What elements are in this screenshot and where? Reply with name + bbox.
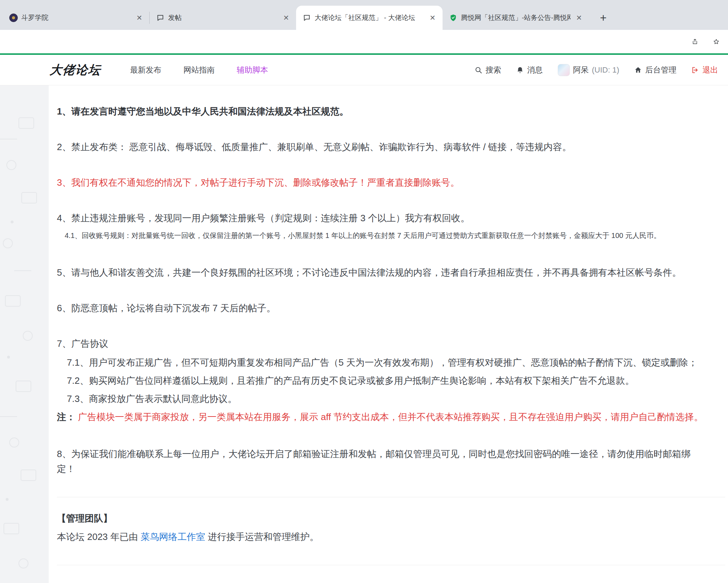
rule-7-1: 7.1、用户可发布正规广告，但不可短期内重复发布相同产品广告（5 天为一次有效发… [57, 355, 707, 370]
rule-7: 7、广告协议 [57, 336, 707, 351]
rule-1: 1、请在发言时遵守您当地以及中华人民共和国法律法规及本社区规范。 [57, 104, 707, 119]
rule-5: 5、请与他人和谐友善交流，共建一个良好氛围的社区环境；不讨论违反中国法律法规的内… [57, 265, 707, 280]
tab-close-icon[interactable]: ✕ [574, 13, 584, 23]
browser-window: 斗罗学院 ✕ 发帖 ✕ 大佬论坛「社区规范」 - 大佬论坛 ✕ 腾悦网「社区规范… [0, 0, 728, 583]
rule-2: 2、禁止发布类： 恶意引战、侮辱诋毁、低质量推广、兼职刷单、无意义刷帖、诈骗欺诈… [57, 139, 707, 154]
ads-note-text: 广告模块一类属于商家投放，另一类属本站在用服务，展示 aff 节约支出成本，但并… [78, 412, 703, 422]
tab-douluo[interactable]: 斗罗学院 ✕ [3, 6, 149, 30]
tab-title: 大佬论坛「社区规范」 - 大佬论坛 [315, 13, 424, 22]
tab-close-icon[interactable]: ✕ [428, 13, 438, 23]
background-pattern-strip [0, 85, 49, 583]
user-avatar [558, 64, 570, 76]
bell-icon [516, 66, 524, 74]
new-tab-button[interactable]: + [595, 10, 611, 26]
rule-8: 8、为保证我们能准确联系上每一位用户，大佬论坛开启了邮箱验证注册和发帖，邮箱仅管… [57, 446, 707, 476]
logout-label: 退出 [702, 65, 718, 75]
main-nav: 最新发布 网站指南 辅助脚本 [130, 65, 268, 75]
admin-label: 后台管理 [645, 65, 676, 75]
share-icon[interactable] [690, 36, 700, 47]
house-icon [634, 66, 642, 74]
tab-tengyue[interactable]: 腾悦网「社区规范」-站务公告-腾悦网 ✕ [443, 6, 589, 30]
search-icon [475, 66, 482, 74]
tab-strip: 斗罗学院 ✕ 发帖 ✕ 大佬论坛「社区规范」 - 大佬论坛 ✕ 腾悦网「社区规范… [0, 0, 728, 30]
site-logo[interactable]: 大佬论坛 [49, 62, 101, 78]
user-uid: (UID: 1) [592, 65, 619, 75]
nav-item-latest[interactable]: 最新发布 [130, 65, 161, 75]
messages-button[interactable]: 消息 [516, 65, 543, 75]
rule-7-2: 7.2、购买网站广告位同样遵循以上规则，且若推广的产品有历史不良记录或被多用户抵… [57, 373, 707, 388]
ads-note: 注： 广告模块一类属于商家投放，另一类属本站在用服务，展示 aff 节约支出成本… [57, 409, 707, 424]
bookmark-star-icon[interactable] [711, 36, 722, 47]
rule-4-1: 4.1、回收账号规则：对批量账号统一回收，仅保留注册的第一个账号，小黑屋封禁 1… [57, 229, 707, 242]
tab-title: 腾悦网「社区规范」-站务公告-腾悦网 [461, 13, 571, 22]
browser-toolbar [0, 30, 728, 53]
rule-3: 3、我们有权在不通知您的情况下，对帖子进行手动下沉、删除或修改帖子！严重者直接删… [57, 175, 707, 190]
tab-close-icon[interactable]: ✕ [134, 13, 144, 23]
team-section-text: 本论坛 2023 年已由 菜鸟网络工作室 进行接手运营和管理维护。 [57, 529, 707, 544]
douluo-favicon-icon [9, 14, 18, 22]
logout-icon [691, 66, 699, 74]
bottom-section-divider [57, 565, 725, 565]
rule-7-3: 7.3、商家投放广告表示默认同意此协议。 [57, 391, 707, 406]
rule-4: 4、禁止违规注册账号，发现同一用户频繁注册账号（判定规则：连续注册 3 个以上）… [57, 211, 707, 226]
tab-title: 发帖 [168, 13, 278, 22]
team-text-before: 本论坛 2023 年已由 [57, 531, 141, 542]
messages-label: 消息 [527, 65, 543, 75]
header-actions: 搜索 消息 阿呆 (UID: 1) 后台管理 [475, 64, 718, 76]
team-section-heading: 【管理团队】 [57, 511, 707, 526]
search-label: 搜索 [486, 65, 501, 75]
username: 阿呆 [573, 65, 589, 75]
admin-panel-button[interactable]: 后台管理 [634, 65, 676, 75]
tab-post[interactable]: 发帖 ✕ [150, 6, 296, 30]
green-shield-favicon-icon [449, 14, 457, 22]
tab-title: 斗罗学院 [21, 13, 131, 22]
search-button[interactable]: 搜索 [475, 65, 501, 75]
nav-item-guide[interactable]: 网站指南 [183, 65, 215, 75]
ads-note-prefix: 注： [57, 412, 75, 422]
logout-button[interactable]: 退出 [691, 65, 718, 75]
tab-community-rules-active[interactable]: 大佬论坛「社区规范」 - 大佬论坛 ✕ [296, 6, 443, 30]
rules-content-panel: 1、请在发言时遵守您当地以及中华人民共和国法律法规及本社区规范。 2、禁止发布类… [49, 85, 728, 583]
rule-6: 6、防恶意顶帖，论坛将自动下沉发布 7 天后的帖子。 [57, 301, 707, 316]
user-menu[interactable]: 阿呆 (UID: 1) [558, 64, 619, 76]
page-body: 1、请在发言时遵守您当地以及中华人民共和国法律法规及本社区规范。 2、禁止发布类… [0, 85, 728, 583]
chat-bubble-favicon-icon [303, 14, 311, 22]
section-divider [57, 497, 725, 497]
tab-close-icon[interactable]: ✕ [281, 13, 291, 23]
site-header: 大佬论坛 最新发布 网站指南 辅助脚本 搜索 消息 阿呆 (UID [0, 55, 728, 85]
studio-link[interactable]: 菜鸟网络工作室 [141, 531, 205, 542]
chat-bubble-favicon-icon [156, 14, 165, 22]
nav-item-scripts[interactable]: 辅助脚本 [237, 65, 268, 75]
team-text-after: 进行接手运营和管理维护。 [205, 531, 319, 542]
